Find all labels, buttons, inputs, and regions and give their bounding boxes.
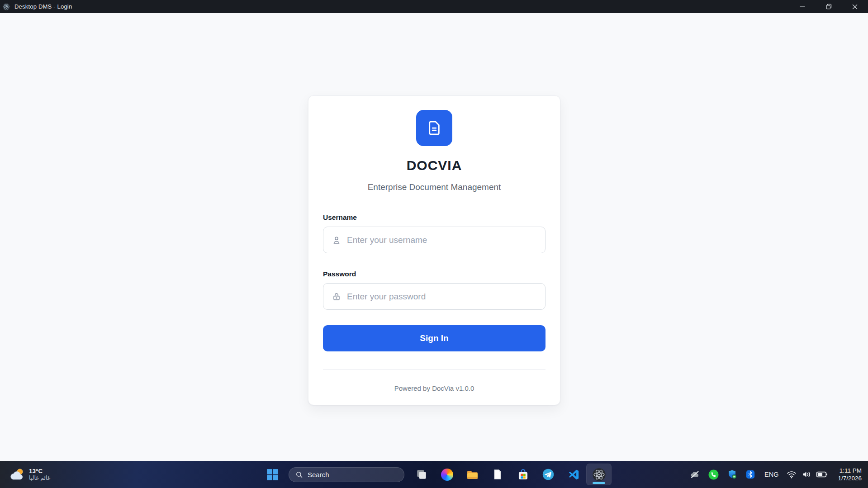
close-button[interactable] (842, 0, 868, 13)
minimize-button[interactable] (789, 0, 816, 13)
card-divider (323, 370, 545, 370)
app-logo (416, 110, 452, 146)
close-icon (852, 4, 858, 9)
system-tray: ENG (689, 461, 868, 488)
window-title: Desktop DMS - Login (14, 3, 72, 10)
task-view-button[interactable] (409, 464, 434, 485)
battery-tray-button[interactable] (816, 469, 828, 480)
telegram-icon (542, 468, 555, 481)
weather-text: 13°C غائم غالبا (29, 468, 50, 482)
weather-widget[interactable]: 13°C غائم غالبا (9, 461, 50, 488)
electron-app-icon (592, 468, 606, 482)
task-view-icon (416, 469, 427, 480)
window-titlebar: Desktop DMS - Login (0, 0, 868, 13)
taskbar-apps (409, 461, 612, 488)
sign-in-button[interactable]: Sign In (323, 325, 545, 351)
restore-icon (826, 4, 832, 9)
login-card: DOCVIA Enterprise Document Management Us… (308, 95, 560, 405)
restore-button[interactable] (816, 0, 842, 13)
taskbar-search[interactable]: Search (289, 467, 404, 482)
weather-condition: غائم غالبا (29, 475, 50, 482)
start-button[interactable] (263, 465, 281, 483)
telegram-button[interactable] (536, 464, 561, 485)
partly-cloudy-icon (9, 468, 25, 481)
clock-date: 1/7/2026 (838, 474, 862, 482)
username-label: Username (323, 213, 545, 222)
desktop-dms-app-button[interactable] (586, 464, 612, 485)
notepad-icon (492, 469, 503, 480)
taskbar: 13°C غائم غالبا Search (0, 461, 868, 488)
app-tagline: Enterprise Document Management (323, 182, 545, 192)
onedrive-offline-button[interactable] (689, 469, 700, 480)
volume-icon (801, 469, 812, 480)
lock-icon (332, 292, 342, 302)
desktop-screen: Desktop DMS - Login (0, 0, 868, 488)
app-name-heading: DOCVIA (323, 158, 545, 173)
username-field-wrap (323, 227, 545, 253)
taskbar-clock[interactable]: 1:11 PM 1/7/2026 (838, 467, 862, 482)
notepad-button[interactable] (485, 464, 510, 485)
copilot-button[interactable] (434, 464, 460, 485)
vscode-icon (568, 469, 580, 481)
desktop-content: DOCVIA Enterprise Document Management Us… (0, 13, 868, 461)
whatsapp-tray-button[interactable] (708, 469, 719, 480)
user-icon (332, 235, 342, 245)
bluetooth-icon (745, 469, 755, 479)
language-indicator[interactable]: ENG (764, 471, 778, 478)
weather-temperature: 13°C (29, 468, 50, 475)
wifi-tray-button[interactable] (786, 469, 797, 480)
file-explorer-icon (466, 468, 479, 481)
minimize-icon (800, 4, 805, 9)
app-window-icon (2, 3, 10, 11)
document-icon (426, 119, 443, 137)
cloud-offline-icon (689, 469, 700, 480)
file-explorer-button[interactable] (460, 464, 485, 485)
clock-time: 1:11 PM (838, 467, 862, 474)
active-app-indicator (593, 482, 605, 484)
volume-tray-button[interactable] (801, 469, 812, 480)
microsoft-store-button[interactable] (510, 464, 536, 485)
password-field-wrap (323, 283, 545, 310)
search-icon (295, 471, 303, 479)
bluetooth-tray-button[interactable] (745, 469, 755, 479)
wifi-icon (786, 469, 797, 480)
battery-icon (816, 469, 828, 480)
copilot-icon (441, 469, 453, 481)
vscode-button[interactable] (561, 464, 586, 485)
password-input[interactable] (323, 283, 545, 310)
powered-by-text: Powered by DocVia v1.0.0 (323, 384, 545, 392)
windows-security-button[interactable] (727, 469, 738, 480)
whatsapp-icon (708, 469, 719, 480)
search-label: Search (308, 471, 329, 479)
password-label: Password (323, 270, 545, 278)
username-input[interactable] (323, 227, 545, 253)
security-shield-icon (727, 469, 738, 480)
windows-start-icon (266, 469, 279, 481)
microsoft-store-icon (517, 469, 529, 481)
